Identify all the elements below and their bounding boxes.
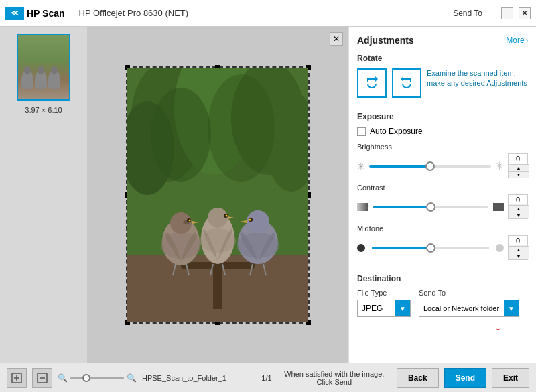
midtone-high-icon [496,244,504,252]
auto-exposure-checkbox[interactable] [357,127,366,136]
center-panel: ✕ [87,27,348,363]
add-scan-button[interactable] [7,368,27,388]
brightness-high-icon: ✳ [495,159,504,172]
send-to-dest-label: Send To [419,289,519,297]
midtone-label: Midtone [357,224,528,233]
scan-close-button[interactable]: ✕ [330,32,343,46]
zoom-in-icon: 🔍 [127,373,137,383]
send-to-label: Send To [453,9,482,18]
thumb-bird-1 [21,70,34,89]
scan-image-wrapper [126,66,310,324]
pigeon-svg [127,68,308,322]
adjustments-header: Adjustments More › [357,35,528,46]
more-chevron-icon: › [526,37,528,44]
back-button[interactable]: Back [397,368,439,388]
brightness-label: Brightness [357,143,528,151]
file-type-value: JPEG [358,304,395,313]
add-scan-icon [11,373,22,383]
midtone-up-button[interactable]: ▲ [509,246,529,253]
file-type-label: File Type [357,289,411,297]
destination-down-arrow-icon: ↓ [495,320,501,334]
midtone-row: 0 ▲ ▼ [357,235,528,260]
brightness-thumb[interactable] [425,161,435,171]
contrast-value: 0 [509,195,527,205]
auto-exposure-row: Auto Exposure [357,127,528,136]
midtone-value: 0 [509,236,527,246]
brightness-row: ✳ ✳ 0 ▲ ▼ [357,153,528,178]
more-link[interactable]: More › [506,36,528,45]
thumbnail-container[interactable] [17,34,70,101]
rotate-buttons [357,68,421,98]
title-divider [72,5,72,21]
send-to-value: Local or Network folder [419,304,504,312]
midtone-track[interactable] [372,247,489,249]
destination-row: File Type JPEG ▼ Send To Local or Networ… [357,289,528,317]
rotate-left-button[interactable] [357,68,387,98]
delete-scan-icon [37,373,48,383]
hp-logo: ≪ HP Scan [5,7,65,20]
filename-text: HPSE_Scan_to_Folder_1 [142,374,256,382]
rotate-right-icon [399,75,415,91]
thumb-bird-2 [35,70,47,89]
scan-image [127,68,308,322]
brightness-value-box: 0 ▲ ▼ [508,153,528,178]
minimize-button[interactable]: − [501,7,513,19]
more-label: More [506,36,524,45]
midtone-fill [372,247,431,249]
close-button[interactable]: ✕ [519,7,531,19]
app-name: HP Scan [27,8,65,19]
destination-title: Destination [357,274,528,283]
thumb-birds [21,70,60,89]
main-content: 3.97 × 6.10 ✕ [0,27,536,363]
exposure-section: Exposure Auto Exposure Brightness ✳ ✳ 0 … [357,105,528,260]
destination-section: Destination File Type JPEG ▼ Send To Loc… [357,267,528,334]
send-to-dropdown-icon: ▼ [504,300,519,316]
brightness-down-button[interactable]: ▼ [509,171,529,178]
zoom-slider[interactable] [70,377,124,379]
midtone-thumb[interactable] [426,243,436,253]
image-size: 3.97 × 6.10 [25,106,62,114]
page-count: 1/1 [261,374,271,382]
file-type-field: File Type JPEG ▼ [357,289,411,317]
title-bar-right: Send To − ✕ [453,7,531,19]
exit-button[interactable]: Exit [492,368,529,388]
contrast-low-icon [357,203,368,211]
brightness-track[interactable] [369,165,491,168]
send-to-select[interactable]: Local or Network folder ▼ [419,300,519,317]
contrast-row: 0 ▲ ▼ [357,194,528,219]
contrast-up-button[interactable]: ▲ [509,205,529,212]
contrast-track[interactable] [373,206,488,208]
rotate-left-icon [364,75,380,91]
file-type-dropdown-icon: ▼ [395,300,410,316]
contrast-thumb[interactable] [426,202,436,212]
svg-point-17 [189,219,191,221]
auto-exposure-label: Auto Exposure [370,127,423,136]
file-type-select[interactable]: JPEG ▼ [357,300,411,317]
midtone-value-box: 0 ▲ ▼ [508,235,528,260]
destination-arrow-indicator: ↓ [357,320,528,334]
brightness-fill [369,165,430,168]
printer-name: HP Officejet Pro 8630 (NET) [79,8,189,18]
midtone-low-icon [357,244,365,252]
left-panel: 3.97 × 6.10 [0,27,87,363]
rotate-right-button[interactable] [392,68,421,98]
brightness-low-icon: ✳ [357,161,365,172]
thumbnail-image [18,35,69,99]
title-bar-left: ≪ HP Scan HP Officejet Pro 8630 (NET) [5,5,453,21]
svg-point-6 [151,88,211,182]
zoom-thumb[interactable] [82,374,90,382]
svg-point-22 [208,208,228,228]
midtone-down-button[interactable]: ▼ [509,253,529,259]
rotate-title: Rotate [357,54,528,63]
adjustments-title: Adjustments [357,35,414,46]
contrast-down-button[interactable]: ▼ [509,212,529,218]
zoom-track: 🔍 🔍 [58,373,137,383]
right-panel: Adjustments More › Rotate [348,27,536,363]
send-to-field: Send To Local or Network folder ▼ [419,289,519,317]
delete-scan-button[interactable] [32,368,52,388]
send-button[interactable]: Send [444,368,486,388]
brightness-up-button[interactable]: ▲ [509,164,529,171]
photo-background [127,68,308,322]
svg-rect-10 [213,269,222,309]
thumb-bird-3 [48,70,60,89]
